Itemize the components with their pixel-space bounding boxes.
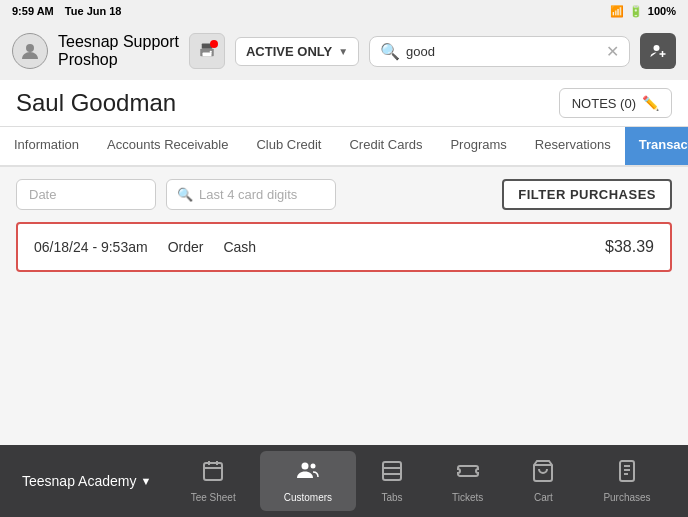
nav-items: Tee Sheet Customers Tabs: [163, 451, 678, 511]
purchases-label: Purchases: [603, 492, 650, 503]
notes-button[interactable]: NOTES (0) ✏️: [559, 88, 672, 118]
filter-label: ACTIVE ONLY: [246, 44, 332, 59]
notes-label: NOTES (0): [572, 96, 636, 111]
tab-credit-cards[interactable]: Credit Cards: [335, 127, 436, 165]
org-name[interactable]: Teesnap Academy ▼: [10, 473, 163, 489]
cart-icon: [531, 459, 555, 489]
date-label: Tue Jun 18: [65, 5, 122, 17]
user-name-label: Teesnap Support: [58, 33, 179, 51]
transaction-type: Order: [168, 239, 204, 255]
card-filter[interactable]: 🔍 Last 4 card digits: [166, 179, 336, 210]
tab-accounts-receivable[interactable]: Accounts Receivable: [93, 127, 242, 165]
search-icon: 🔍: [380, 42, 400, 61]
svg-point-13: [310, 464, 315, 469]
content-area: Date 🔍 Last 4 card digits FILTER PURCHAS…: [0, 167, 688, 445]
svg-point-0: [26, 44, 34, 52]
nav-tee-sheet[interactable]: Tee Sheet: [167, 451, 260, 511]
transaction-date: 06/18/24 - 9:53am: [34, 239, 148, 255]
svg-rect-8: [204, 463, 222, 480]
transaction-method: Cash: [223, 239, 256, 255]
cart-label: Cart: [534, 492, 553, 503]
filter-dropdown[interactable]: ACTIVE ONLY ▼: [235, 37, 359, 66]
org-name-label: Teesnap Academy: [22, 473, 136, 489]
svg-point-5: [654, 45, 660, 51]
pencil-icon: ✏️: [642, 95, 659, 111]
svg-rect-3: [202, 53, 211, 57]
tab-information[interactable]: Information: [0, 127, 93, 165]
customers-label: Customers: [284, 492, 332, 503]
bottom-nav: Teesnap Academy ▼ Tee Sheet: [0, 445, 688, 517]
tabs-bar: Information Accounts Receivable Club Cre…: [0, 127, 688, 167]
date-placeholder: Date: [29, 187, 56, 202]
user-info: Teesnap Support Proshop: [58, 33, 179, 69]
nav-customers[interactable]: Customers: [260, 451, 356, 511]
tab-club-credit[interactable]: Club Credit: [242, 127, 335, 165]
search-input[interactable]: [406, 44, 600, 59]
date-filter[interactable]: Date: [16, 179, 156, 210]
status-bar: 9:59 AM Tue Jun 18 📶 🔋 100%: [0, 0, 688, 22]
time-label: 9:59 AM: [12, 5, 54, 17]
clear-search-icon[interactable]: ✕: [606, 42, 619, 61]
nav-tabs[interactable]: Tabs: [356, 451, 428, 511]
tab-reservations[interactable]: Reservations: [521, 127, 625, 165]
tab-programs[interactable]: Programs: [436, 127, 520, 165]
printer-button[interactable]: [189, 33, 225, 69]
tabs-icon: [380, 459, 404, 489]
tab-transactions[interactable]: Transactions: [625, 127, 688, 165]
nav-cart[interactable]: Cart: [507, 451, 579, 511]
search-bar: 🔍 ✕: [369, 36, 630, 67]
tickets-icon: [456, 459, 480, 489]
customer-name: Saul Goodman: [16, 89, 176, 117]
battery-label: 100%: [648, 5, 676, 17]
user-sub-label: Proshop: [58, 51, 179, 69]
tee-sheet-label: Tee Sheet: [191, 492, 236, 503]
svg-point-12: [301, 463, 308, 470]
chevron-down-icon: ▼: [338, 46, 348, 57]
transaction-amount: $38.39: [605, 238, 654, 256]
tee-sheet-icon: [201, 459, 225, 489]
svg-rect-14: [383, 462, 401, 480]
header: Teesnap Support Proshop ACTIVE ONLY ▼ 🔍 …: [0, 22, 688, 80]
nav-tickets[interactable]: Tickets: [428, 451, 507, 511]
nav-purchases[interactable]: Purchases: [579, 451, 674, 511]
filter-purchases-button[interactable]: FILTER PURCHASES: [502, 179, 672, 210]
svg-point-4: [210, 51, 212, 53]
wifi-icon: 📶: [610, 5, 624, 18]
tickets-label: Tickets: [452, 492, 483, 503]
add-user-button[interactable]: [640, 33, 676, 69]
notification-dot: [210, 40, 218, 48]
tabs-label: Tabs: [382, 492, 403, 503]
filter-purchases-label: FILTER PURCHASES: [518, 187, 656, 202]
battery-icon: 🔋: [629, 5, 643, 18]
filter-row: Date 🔍 Last 4 card digits FILTER PURCHAS…: [16, 179, 672, 210]
avatar: [12, 33, 48, 69]
transaction-card[interactable]: 06/18/24 - 9:53am Order Cash $38.39: [16, 222, 672, 272]
chevron-down-icon: ▼: [140, 475, 151, 487]
card-search-icon: 🔍: [177, 187, 193, 202]
purchases-icon: [615, 459, 639, 489]
customer-row: Saul Goodman NOTES (0) ✏️: [0, 80, 688, 127]
card-placeholder: Last 4 card digits: [199, 187, 297, 202]
customers-icon: [296, 459, 320, 489]
